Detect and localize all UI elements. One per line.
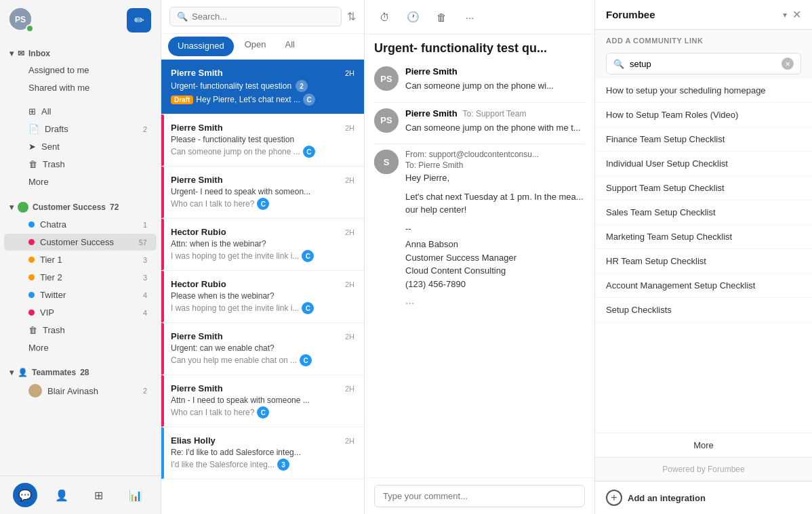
trash2-label: Trash [43, 325, 65, 335]
tab-all[interactable]: All [275, 34, 304, 59]
conv-assign-badge-0: C [303, 93, 315, 106]
compose-input[interactable] [374, 485, 585, 507]
panel-chevron-icon[interactable]: ▾ [783, 10, 787, 20]
sidebar-item-more[interactable]: More [4, 173, 157, 190]
twitter-dot [28, 292, 35, 298]
tab-open[interactable]: Open [235, 34, 276, 59]
conv-item-7[interactable]: Elias Holly 2H Re: I'd like to add Sales… [161, 427, 364, 479]
panel-search-input[interactable] [630, 59, 776, 69]
link-item-5[interactable]: Sales Team Setup Checklist [595, 200, 812, 225]
sidebar-item-more2[interactable]: More [4, 339, 157, 356]
sidebar-item-shared-with-me[interactable]: Shared with me [4, 79, 157, 96]
vip-count: 4 [143, 309, 147, 317]
delete-icon[interactable]: 🗑 [431, 7, 451, 27]
sent-icon: ➤ [28, 142, 36, 152]
cs-section-header[interactable]: ▾ Customer Success 72 [0, 196, 161, 215]
sidebar-item-trash[interactable]: 🗑 Trash [4, 156, 157, 173]
chat-icon-button[interactable]: 💬 [13, 483, 37, 507]
sidebar-item-all[interactable]: ⊞ All [4, 103, 157, 120]
conv-item-5[interactable]: Pierre Smith 2H Urgent: can we enable ch… [161, 323, 364, 375]
sent-label: Sent [41, 142, 60, 152]
msg-divider-2 [374, 144, 585, 144]
conv-sender-5: Pierre Smith [171, 331, 223, 341]
sidebar-item-assigned-to-me[interactable]: Assigned to me [4, 62, 157, 79]
tab-unassigned[interactable]: Unassigned [168, 37, 234, 56]
layers-icon-button[interactable]: ⊞ [87, 483, 111, 507]
conv-item-2[interactable]: Pierre Smith 2H Urgent- I need to speak … [161, 167, 364, 219]
report-icon-button[interactable]: 📊 [123, 483, 148, 507]
conv-item-1[interactable]: Pierre Smith 2H Please - functionality t… [161, 114, 364, 167]
message-thread: PS Pierre Smith Can someone jump on the … [365, 60, 594, 477]
link-item-3[interactable]: Individual User Setup Checklist [595, 152, 812, 176]
teammates-section-header[interactable]: ▾ 👤 Teammates 28 [0, 362, 161, 380]
conv-time-0: 2H [345, 69, 354, 77]
msg-from-2: From: support@cloudcontentconsu... [405, 150, 585, 159]
draft-badge-0: Draft [171, 95, 193, 104]
sidebar-item-vip[interactable]: VIP 4 [4, 304, 157, 321]
vip-dot [28, 309, 35, 316]
conversation-list: 🔍 ⇅ Unassigned Open All Pierre Smith 2H … [161, 0, 365, 514]
panel-search-clear-button[interactable]: ✕ [781, 58, 794, 70]
conv-preview-0: Draft Hey Pierre, Let's chat next ... C [171, 93, 333, 106]
sidebar-item-tier1[interactable]: Tier 1 3 [4, 251, 157, 268]
drafts-label: Drafts [45, 124, 68, 134]
inbox-label: Inbox [28, 49, 50, 58]
sidebar-item-chatra[interactable]: Chatra 1 [4, 216, 157, 233]
contact-icon-button[interactable]: 👤 [49, 483, 74, 507]
sidebar-item-drafts[interactable]: 📄 Drafts 2 [4, 121, 157, 137]
sidebar-item-sent[interactable]: ➤ Sent [4, 138, 157, 155]
link-item-2[interactable]: Finance Team Setup Checklist [595, 127, 812, 152]
conv-badge-5: C [300, 354, 312, 366]
compose-button[interactable]: ✏ [127, 8, 151, 33]
link-item-4[interactable]: Support Team Setup Checklist [595, 176, 812, 200]
cs-dot-icon [18, 202, 28, 213]
tier2-count: 3 [143, 274, 147, 282]
sidebar-item-blair[interactable]: Blair Avinash 2 [4, 381, 157, 401]
conv-subject-2: Urgent- I need to speak with someon... [171, 187, 354, 196]
msg-body-1: Can someone jump on the phone with me t.… [405, 121, 585, 135]
unread-indicator-7 [161, 427, 164, 479]
snooze-icon[interactable]: ⏱ [374, 7, 394, 27]
tier1-dot [28, 257, 35, 263]
conv-sender-7: Elias Holly [171, 435, 216, 446]
link-item-0[interactable]: How to setup your scheduling homepage [595, 79, 812, 103]
conv-subject-0: Urgent- functionality test question 2 [171, 80, 354, 92]
link-item-9[interactable]: Setup Checklists [595, 298, 812, 322]
conv-subject-7: Re: I'd like to add Salesforce integ... [171, 448, 354, 457]
sidebar-item-tier2[interactable]: Tier 2 3 [4, 269, 157, 286]
inbox-chevron: ▾ [9, 49, 14, 58]
conv-sender-4: Hector Rubio [171, 279, 226, 289]
inbox-icon: ✉ [18, 49, 24, 58]
clock-icon[interactable]: 🕐 [403, 7, 423, 27]
cs-sub-dot [28, 239, 35, 245]
unread-indicator-5 [161, 323, 164, 374]
more-icon[interactable]: ··· [460, 7, 480, 27]
conv-item-6[interactable]: Pierre Smith 2H Attn - I need to speak w… [161, 375, 364, 427]
chatra-count: 1 [143, 221, 147, 229]
link-item-8[interactable]: Account Management Setup Checklist [595, 274, 812, 298]
link-item-7[interactable]: HR Team Setup Checklist [595, 249, 812, 274]
add-integration-button[interactable]: + Add an integration [595, 481, 812, 514]
conv-subject-4: Please when is the webinar? [171, 291, 354, 301]
sidebar-item-twitter[interactable]: Twitter 4 [4, 286, 157, 303]
search-input[interactable] [192, 12, 334, 22]
link-item-1[interactable]: How to Setup Team Roles (Video) [595, 103, 812, 127]
sidebar-item-trash2[interactable]: 🗑 Trash [4, 322, 157, 339]
teammates-icon: 👤 [18, 368, 28, 377]
all-label: All [41, 106, 51, 116]
assigned-label: Assigned to me [28, 65, 89, 75]
panel-close-button[interactable]: ✕ [792, 8, 801, 21]
panel-footer: Powered by Forumbee [595, 457, 812, 481]
conv-badge-3: C [302, 250, 314, 262]
teammates-count: 28 [80, 368, 89, 377]
inbox-section-header[interactable]: ▾ ✉ Inbox [0, 43, 161, 61]
link-item-6[interactable]: Marketing Team Setup Checklist [595, 225, 812, 249]
conv-item-3[interactable]: Hector Rubio 2H Attn: when is the webina… [161, 219, 364, 271]
search-input-wrap: 🔍 [169, 7, 342, 26]
sort-icon[interactable]: ⇅ [347, 10, 356, 23]
sidebar-item-customer-success-sub[interactable]: Customer Success 57 [4, 234, 157, 251]
link-more-button[interactable]: More [595, 433, 812, 457]
conv-item-0[interactable]: Pierre Smith 2H Urgent- functionality te… [161, 60, 364, 114]
conv-sender-2: Pierre Smith [171, 175, 223, 185]
conv-item-4[interactable]: Hector Rubio 2H Please when is the webin… [161, 271, 364, 323]
